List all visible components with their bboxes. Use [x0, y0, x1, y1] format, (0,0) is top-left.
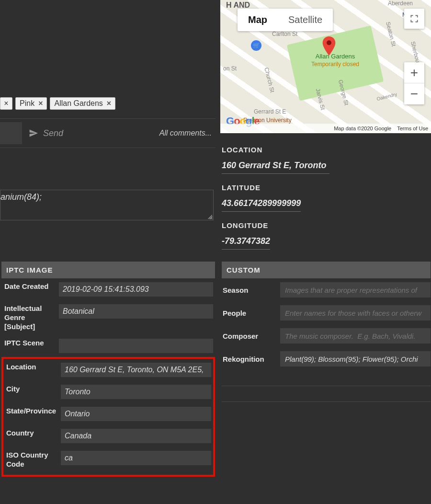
label-rekognition: Rekognition: [223, 355, 276, 363]
street-carlton: Carlton St: [272, 31, 297, 37]
value-location[interactable]: 160 Gerrard St E, Toronto: [222, 160, 329, 174]
tag-label: Pink: [20, 99, 34, 108]
input-iso-country-code[interactable]: [61, 451, 211, 465]
value-longitude[interactable]: -79.3747382: [222, 235, 270, 250]
custom-header: CUSTOM: [222, 262, 431, 278]
input-country[interactable]: [61, 429, 211, 443]
label-state: State/Province: [6, 407, 57, 416]
send-icon: [29, 128, 38, 138]
label-people: People: [223, 309, 276, 317]
input-date-created[interactable]: [59, 282, 213, 297]
divider: [222, 401, 431, 402]
close-icon[interactable]: ×: [38, 99, 43, 108]
label-iptc-scene: IPTC Scene: [4, 339, 55, 348]
label-country: Country: [6, 429, 57, 438]
street-aberdeen: Aberdeen: [388, 0, 413, 7]
input-intellectual-genre[interactable]: [59, 304, 213, 319]
label-location: Location: [6, 363, 57, 372]
label-latitude: LATITUDE: [222, 183, 428, 192]
map-type-satellite[interactable]: Satellite: [278, 9, 333, 31]
zoom-out-button[interactable]: −: [404, 83, 424, 104]
street-on: on St: [223, 65, 237, 72]
input-city[interactable]: [61, 385, 211, 399]
input-people[interactable]: [280, 305, 431, 321]
send-label: Send: [43, 128, 63, 138]
input-location[interactable]: [61, 363, 211, 377]
input-composer[interactable]: [280, 328, 431, 344]
label-iso-country-code: ISO Country Code: [6, 451, 57, 469]
terms-link[interactable]: Terms of Use: [397, 126, 428, 131]
map-attribution: Map data ©2020 Google Terms of Use: [220, 124, 431, 133]
zoom-controls: + −: [404, 62, 424, 104]
shop-pin-icon[interactable]: 🛒: [251, 40, 261, 51]
divider: [222, 386, 431, 386]
highlight-box: Location City State/Province Country ISO…: [1, 357, 215, 477]
label-intellectual-genre: Intellectual Genre [Subject]: [4, 304, 55, 331]
tag-list: × Pink × Allan Gardens ×: [0, 97, 115, 110]
map-type-map[interactable]: Map: [238, 9, 278, 31]
value-latitude[interactable]: 43.66174289999999: [222, 197, 301, 212]
street-gerrard: Gerrard St E: [254, 108, 286, 115]
label-date-created: Date Created: [4, 282, 55, 291]
label-longitude: LONGITUDE: [222, 221, 428, 229]
label-season: Season: [223, 286, 276, 294]
custom-panel: CUSTOM Season People Composer Rekognitio…: [222, 262, 431, 413]
map-type-toggle: Map Satellite: [238, 9, 333, 31]
map[interactable]: Allan Gardens Temporarily closed blaws M…: [220, 0, 431, 133]
fullscreen-icon: [409, 14, 419, 23]
description-textarea[interactable]: anium(84);: [0, 190, 214, 220]
iptc-panel: IPTC IMAGE Date Created Intellectual Gen…: [1, 262, 215, 477]
poi-status: Temporarily closed: [311, 61, 359, 68]
input-rekognition[interactable]: [280, 351, 431, 367]
tag-label: Allan Gardens: [54, 99, 102, 108]
description-text: anium(84);: [0, 192, 42, 202]
label-location-heading: LOCATION: [222, 146, 428, 154]
close-icon[interactable]: ×: [107, 99, 111, 108]
svg-point-0: [327, 40, 331, 45]
tag-pink[interactable]: Pink ×: [15, 97, 47, 110]
geo-block: LOCATION 160 Gerrard St E, Toronto LATIT…: [222, 141, 428, 250]
fullscreen-button[interactable]: [404, 9, 424, 29]
input-iptc-scene[interactable]: [59, 339, 213, 353]
send-button[interactable]: Send: [29, 128, 63, 138]
tag-remove-icon[interactable]: ×: [0, 97, 12, 110]
label-city: City: [6, 385, 57, 394]
zoom-in-button[interactable]: +: [404, 62, 424, 83]
iptc-header: IPTC IMAGE: [1, 262, 215, 278]
all-comments-link[interactable]: All comments...: [159, 129, 216, 137]
resize-handle-icon[interactable]: [207, 214, 212, 219]
map-marker-icon[interactable]: [322, 36, 336, 56]
map-data-text: Map data ©2020 Google: [334, 126, 391, 131]
label-composer: Composer: [223, 332, 276, 340]
input-season[interactable]: [280, 282, 431, 298]
comment-bar: Send All comments...: [0, 118, 216, 148]
input-state[interactable]: [61, 407, 211, 421]
avatar[interactable]: [0, 122, 22, 144]
tag-allan-gardens[interactable]: Allan Gardens ×: [50, 97, 115, 110]
